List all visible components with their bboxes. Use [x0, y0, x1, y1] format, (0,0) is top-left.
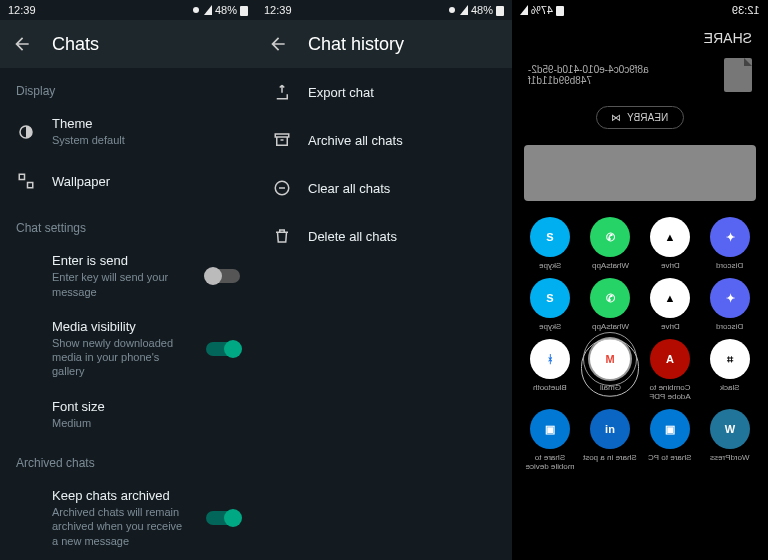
share-target-combine-to-adobe-pdf[interactable]: ACombine to Adobe PDF	[640, 339, 700, 401]
svg-point-0	[193, 7, 199, 13]
share-target-drive[interactable]: ▲Drive	[640, 278, 700, 331]
svg-point-7	[449, 7, 455, 13]
media-visibility-subtitle: Show newly downloaded media in your phon…	[52, 336, 190, 379]
battery-text: 47%	[531, 4, 553, 16]
app-label: Drive	[661, 261, 680, 270]
signal-icon	[204, 5, 212, 15]
share-target-skype[interactable]: SSkype	[520, 217, 580, 270]
back-icon[interactable]	[268, 34, 288, 54]
status-bar: 12:39 48%	[0, 0, 256, 20]
section-chat-settings-header: Chat settings	[0, 205, 256, 243]
app-icon: ✆	[590, 217, 630, 257]
file-row[interactable]: a8f9c0c4-e010-410d-95d2-748b99d11d1f	[512, 58, 768, 106]
clock: 12:39	[264, 4, 292, 16]
preview-area[interactable]	[524, 145, 756, 201]
clear-all-title: Clear all chats	[308, 181, 496, 196]
app-icon: ✦	[710, 217, 750, 257]
app-label: Skype	[539, 261, 561, 270]
keep-archived-subtitle: Archived chats will remain archived when…	[52, 505, 190, 548]
enter-is-send-subtitle: Enter key will send your message	[52, 270, 190, 299]
svg-rect-4	[19, 175, 24, 180]
share-target-skype[interactable]: SSkype	[520, 278, 580, 331]
nearby-chip[interactable]: NEARBY ⋈	[596, 106, 683, 129]
app-icon: ⌗	[710, 339, 750, 379]
row-enter-is-send[interactable]: Enter is send Enter key will send your m…	[0, 243, 256, 309]
wallpaper-icon	[17, 172, 35, 190]
keep-archived-title: Keep chats archived	[52, 488, 190, 503]
share-target-share-to-mobile-device[interactable]: ▣Share to mobile device	[520, 409, 580, 471]
share-target-whatsapp[interactable]: ✆WhatsApp	[580, 217, 640, 270]
delete-all-title: Delete all chats	[308, 229, 496, 244]
row-theme[interactable]: Theme System default	[0, 106, 256, 157]
row-delete-all[interactable]: Delete all chats	[256, 212, 512, 260]
app-label: WhatsApp	[592, 322, 629, 331]
app-icon: ▣	[650, 409, 690, 449]
share-target-discord[interactable]: ✦Discord	[700, 278, 760, 331]
theme-icon	[17, 123, 35, 141]
status-icons: 47%	[520, 4, 564, 16]
nearby-icon: ⋈	[611, 112, 621, 123]
nearby-label: NEARBY	[627, 112, 668, 123]
app-icon: ✆	[590, 278, 630, 318]
app-label: WordPress	[710, 453, 749, 462]
clock: 12:39	[732, 4, 760, 16]
app-icon: S	[530, 278, 570, 318]
share-target-gmail[interactable]: MGmail	[580, 339, 640, 401]
app-icon: ᚼ	[530, 339, 570, 379]
app-icon: W	[710, 409, 750, 449]
app-icon: ▲	[650, 278, 690, 318]
share-target-slack[interactable]: ⌗Slack	[700, 339, 760, 401]
app-label: Share to mobile device	[522, 453, 578, 471]
share-target-share-in-a-post[interactable]: inShare in a post	[580, 409, 640, 471]
signal-icon	[460, 5, 468, 15]
font-size-title: Font size	[52, 399, 240, 414]
app-icon: M	[590, 339, 630, 379]
phone-chats-settings: 12:39 48% Chats Display Theme System def…	[0, 0, 256, 560]
row-media-visibility[interactable]: Media visibility Show newly downloaded m…	[0, 309, 256, 389]
battery-icon	[496, 4, 504, 16]
row-clear-all[interactable]: Clear all chats	[256, 164, 512, 212]
row-wallpaper[interactable]: Wallpaper	[0, 157, 256, 205]
export-chat-title: Export chat	[308, 85, 496, 100]
battery-text: 48%	[471, 4, 493, 16]
app-label: Bluetooth	[533, 383, 567, 392]
share-target-share-to-pc[interactable]: ▣Share to PC	[640, 409, 700, 471]
app-label: Share to PC	[648, 453, 692, 462]
share-title: SHARE	[512, 20, 768, 58]
app-label: Discord	[716, 261, 743, 270]
keep-archived-toggle[interactable]	[206, 511, 240, 525]
battery-icon	[240, 4, 248, 16]
svg-marker-8	[460, 5, 468, 15]
page-title: Chats	[52, 34, 99, 55]
app-label: WhatsApp	[592, 261, 629, 270]
row-keep-archived[interactable]: Keep chats archived Archived chats will …	[0, 478, 256, 558]
app-label: Share in a post	[583, 453, 637, 462]
row-font-size[interactable]: Font size Medium	[0, 389, 256, 440]
app-label: Slack	[720, 383, 740, 392]
clock: 12:39	[8, 4, 36, 16]
app-icon: in	[590, 409, 630, 449]
share-target-drive[interactable]: ▲Drive	[640, 217, 700, 270]
app-icon: ▲	[650, 217, 690, 257]
file-icon	[724, 58, 752, 92]
svg-rect-12	[556, 6, 564, 16]
share-target-wordpress[interactable]: WWordPress	[700, 409, 760, 471]
row-export-chat[interactable]: Export chat	[256, 68, 512, 116]
share-target-discord[interactable]: ✦Discord	[700, 217, 760, 270]
share-target-bluetooth[interactable]: ᚼBluetooth	[520, 339, 580, 401]
wallpaper-title: Wallpaper	[52, 174, 240, 189]
archive-icon	[273, 131, 291, 149]
wifi-icon	[191, 5, 201, 15]
svg-rect-5	[28, 183, 33, 188]
file-name: a8f9c0c4-e010-410d-95d2-748b99d11d1f	[528, 64, 712, 86]
back-icon[interactable]	[12, 34, 32, 54]
app-bar: Chats	[0, 20, 256, 68]
app-label: Skype	[539, 322, 561, 331]
enter-is-send-toggle[interactable]	[206, 269, 240, 283]
app-icon: ▣	[530, 409, 570, 449]
row-archive-all[interactable]: Archive all chats	[256, 116, 512, 164]
media-visibility-toggle[interactable]	[206, 342, 240, 356]
share-target-whatsapp[interactable]: ✆WhatsApp	[580, 278, 640, 331]
svg-marker-13	[520, 5, 528, 15]
page-title: Chat history	[308, 34, 404, 55]
